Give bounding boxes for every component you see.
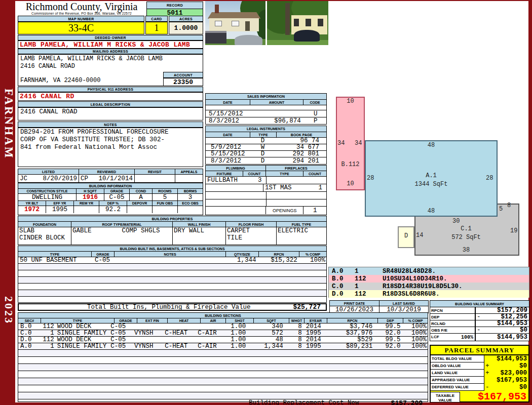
sec-air: C-AIR [195,343,220,349]
property-photo-front[interactable] [205,1,265,45]
bi-empty-row [18,290,326,297]
legal-instruments-header: LEGAL INSTRUMENTS [206,126,326,132]
county-header: Richmond County, Virginia Commissioner o… [18,2,145,16]
sec-id: A.0 [18,343,41,349]
vector-row: A.0 1 SR48U28L48D28. [329,267,529,275]
bvs-value: $157,209 [483,307,529,313]
parcel-label: APPRAISED VALUE [431,377,484,384]
sketch-dim: 34 [355,140,362,147]
sec-id: C.0 [18,330,41,336]
instr-type: D [251,157,275,164]
notes-box: DB294-201 FROM PROFESSIONAL FORECLOSURE … [18,128,203,167]
vector-mult: 1 [355,268,383,275]
sec-heat: C-HEAT [162,330,195,336]
cond-value: A [130,194,153,200]
bi-empty-row [18,284,326,290]
sec-rpcn: $89,231 [327,343,378,349]
foundation-line1: SLAB [19,227,71,234]
bi-notes [117,257,224,263]
sec-id: B.0 [18,323,41,330]
sale-date [206,105,251,110]
notes-line-3: 841 from Federal National Mort Assoc [18,143,203,151]
parcel-label: TOTAL BLDG VALUE [431,355,484,362]
sec-col: EXT FIN [137,318,168,323]
fixture-col: FIXTURE [206,171,243,177]
vector-row: D.0 112 R18D3SL6D8R6U8. [329,290,529,298]
depovr-value [127,206,153,213]
bi-comp: 100% [299,257,326,263]
record-header: RECORD [147,2,203,9]
bdrms-value: 3 [178,194,203,200]
col-bdrms: BDRMS [178,189,203,194]
sale-code: P [305,117,326,125]
wall-value: DRY WALL [173,227,226,245]
remyr-value [74,206,99,213]
bvs-lcf-label: LCF [431,335,439,341]
bi-qty: 1,344 [224,257,258,263]
col-depovr: DEPOVR [127,201,153,206]
parcel-op [484,355,491,362]
property-photo-side[interactable] [267,1,328,45]
sketch-section-a-area: 1344 SqFt [365,181,498,188]
notes-line-2: CORP OF VA SUBSTITUTE TRUSTEE; DB 302- [18,136,203,143]
photo-truck [205,31,226,43]
photo-window [294,19,299,27]
sec-rpcn: $529 [327,337,378,343]
roof-type: GABLE [71,227,92,234]
section-empty-row [18,385,428,392]
sales-col-code: CODE [303,100,326,105]
listed-header: LISTED [18,169,79,175]
bi-type: 50 UNF BASEMENT [18,257,91,263]
physical-address-header: PHYSICAL 911 ADDRESS [18,87,203,92]
fireplace-type-value [267,177,302,184]
building-sections: BUILDING SECTIONS SEC# TYPE GRADE EXT FI… [18,312,428,402]
openings-label: OPENINGS [265,207,303,214]
vector-id: A.0 [329,268,355,275]
record-box: RECORD 5011 [146,2,203,16]
floor-value: CARPET TILE [226,227,277,245]
photo-window [306,19,311,27]
account-value: 23350 [163,78,203,86]
fixture-value [206,184,241,191]
notes-header: NOTES [18,122,203,128]
openings-value: 1 [303,207,326,214]
yrblt-value: 1972 [18,206,46,213]
review-table: LISTED REVIEWED REVISIT APPEALS JC 8/20/… [18,169,203,183]
vector-mult: 112 [355,291,383,298]
photo-window [232,21,239,26]
mailing-line-1: LAMB PAMELA, WILLIAM RICKS & JACOB LAMB [18,55,203,62]
vector-id: D.0 [329,291,355,298]
sale-amount: $96,874 [251,117,305,125]
listed-by: JC [18,175,27,182]
sec-comp: 100% [405,337,428,343]
fuel-value: ELECTRIC [277,227,326,245]
fireplace-type-value: 1ST MAS [263,184,300,191]
foundation-line2: CINDER BLOCK [19,234,71,241]
bvs-lcf-pct: 100% [461,335,475,341]
account-header: ACCOUNT [163,72,203,78]
section-empty-row [18,378,428,385]
sec-whgt: 8 [288,343,305,349]
commissioner-subtitle: Commissioner of the Revenue, PO Box 366,… [18,12,145,15]
sketch-section-d-label: D [398,232,414,239]
sec-eyear: 2014 [305,337,327,343]
col-construction-style: CONSTRUCTION STYLE [18,189,77,194]
section-empty-row [18,392,428,399]
bvs-value: $144,953 [483,320,529,327]
revisit-value [135,175,175,182]
floor-line2: TILE [227,234,276,241]
sketch-dim: 19 [510,227,517,234]
sec-dep: 92.0 [377,343,404,349]
parcel-value: $23,000 [491,370,528,377]
map-number-value: 33-4C [18,22,144,34]
bi-empty-row [18,270,326,277]
legal-description-header: LEGAL DESCRIPTION [18,101,203,107]
fixture-count-col: COUNT [243,171,266,177]
taxable-label-line1: TAXABLE [431,393,460,398]
sales-col-date: DATE [206,100,250,105]
bvs-op [476,307,483,313]
sec-shgt: 1.00 [220,323,251,330]
sec-eyear: 1995 [305,330,327,336]
print-saved-box: PRINT DATE LAST SAVED 10/26/2023 10/3/20… [329,300,429,313]
taxable-value: $167,953 [460,391,528,402]
